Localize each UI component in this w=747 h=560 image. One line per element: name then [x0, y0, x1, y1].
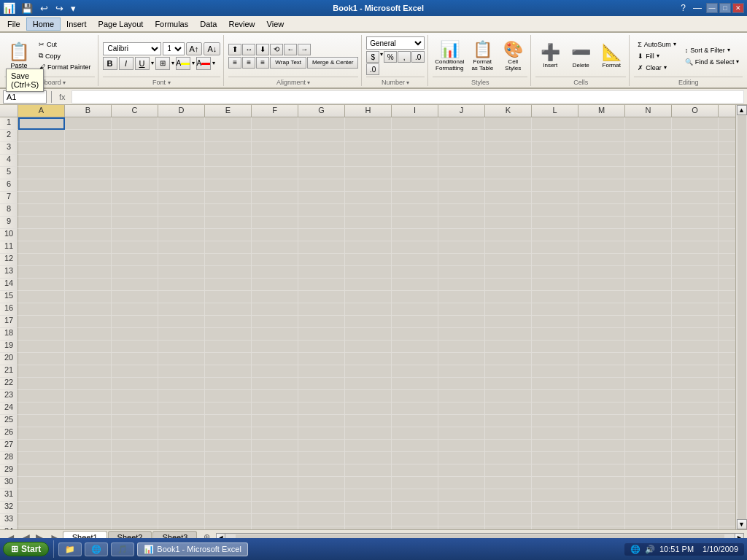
- cell-O7[interactable]: [672, 192, 719, 204]
- col-header-n[interactable]: N: [625, 105, 672, 117]
- cell-E25[interactable]: [205, 415, 252, 427]
- cell-N17[interactable]: [625, 316, 672, 328]
- cell-D8[interactable]: [158, 204, 205, 217]
- cell-M24[interactable]: [578, 402, 625, 415]
- cell-O17[interactable]: [672, 316, 719, 328]
- cell-H5[interactable]: [345, 167, 392, 179]
- font-size-select[interactable]: 11: [163, 42, 185, 55]
- underline-dropdown[interactable]: ▾: [151, 60, 154, 66]
- cell-L13[interactable]: [532, 266, 578, 279]
- cell-N3[interactable]: [625, 142, 672, 155]
- vertical-scrollbar[interactable]: ▲ ▼: [735, 105, 747, 529]
- restore-btn[interactable]: □: [719, 3, 731, 13]
- cell-N26[interactable]: [625, 427, 672, 440]
- cell-H16[interactable]: [345, 303, 392, 316]
- cell-J31[interactable]: [438, 489, 485, 502]
- cell-O27[interactable]: [672, 440, 719, 452]
- cell-P8[interactable]: [719, 204, 735, 217]
- sort-filter-btn[interactable]: ↕ Sort & Filter ▾: [681, 45, 743, 55]
- cell-P32[interactable]: [719, 502, 735, 514]
- cell-C30[interactable]: [112, 477, 158, 489]
- cell-A4[interactable]: [18, 155, 65, 167]
- cell-B8[interactable]: [65, 204, 112, 217]
- cell-B28[interactable]: [65, 452, 112, 464]
- cell-D27[interactable]: [158, 440, 205, 452]
- cell-E31[interactable]: [205, 489, 252, 502]
- taskbar-explorer-btn[interactable]: 📁: [58, 542, 82, 556]
- menu-home[interactable]: Home: [26, 18, 61, 31]
- merge-center-btn[interactable]: Merge & Center: [307, 57, 358, 69]
- cell-F8[interactable]: [252, 204, 298, 217]
- cell-O11[interactable]: [672, 241, 719, 254]
- cell-D18[interactable]: [158, 328, 205, 341]
- cell-G30[interactable]: [298, 477, 345, 489]
- cell-E28[interactable]: [205, 452, 252, 464]
- cell-F27[interactable]: [252, 440, 298, 452]
- autosum-btn[interactable]: Σ AutoSum ▾: [634, 39, 680, 50]
- cell-G22[interactable]: [298, 378, 345, 390]
- cell-G19[interactable]: [298, 341, 345, 353]
- cell-B12[interactable]: [65, 254, 112, 266]
- cell-P21[interactable]: [719, 365, 735, 378]
- cell-M18[interactable]: [578, 328, 625, 341]
- cell-L28[interactable]: [532, 452, 578, 464]
- cell-C18[interactable]: [112, 328, 158, 341]
- cell-B25[interactable]: [65, 415, 112, 427]
- cell-N12[interactable]: [625, 254, 672, 266]
- cell-O32[interactable]: [672, 502, 719, 514]
- cell-P7[interactable]: [719, 192, 735, 204]
- cell-O33[interactable]: [672, 514, 719, 526]
- cell-B33[interactable]: [65, 514, 112, 526]
- row-header-9[interactable]: 9: [0, 217, 18, 229]
- row-header-1[interactable]: 1: [0, 117, 18, 130]
- cell-M7[interactable]: [578, 192, 625, 204]
- cell-B22[interactable]: [65, 378, 112, 390]
- cell-P17[interactable]: [719, 316, 735, 328]
- cell-H6[interactable]: [345, 179, 392, 192]
- cell-K33[interactable]: [485, 514, 532, 526]
- cell-B5[interactable]: [65, 167, 112, 179]
- cell-J24[interactable]: [438, 402, 485, 415]
- cell-J7[interactable]: [438, 192, 485, 204]
- row-header-13[interactable]: 13: [0, 266, 18, 279]
- cell-F31[interactable]: [252, 489, 298, 502]
- cell-P19[interactable]: [719, 341, 735, 353]
- cell-M15[interactable]: [578, 291, 625, 303]
- delete-cells-btn[interactable]: ➖ Delete: [566, 41, 595, 71]
- fill-color-button[interactable]: A: [176, 57, 190, 70]
- cell-D32[interactable]: [158, 502, 205, 514]
- cell-N31[interactable]: [625, 489, 672, 502]
- cell-A24[interactable]: [18, 402, 65, 415]
- cell-M26[interactable]: [578, 427, 625, 440]
- dollar-dropdown[interactable]: ▾: [380, 51, 383, 63]
- col-header-f[interactable]: F: [252, 105, 298, 117]
- cell-H11[interactable]: [345, 241, 392, 254]
- cell-C6[interactable]: [112, 179, 158, 192]
- paste-button[interactable]: 📋 Paste: [4, 39, 34, 71]
- cell-L3[interactable]: [532, 142, 578, 155]
- cell-L21[interactable]: [532, 365, 578, 378]
- cell-I23[interactable]: [392, 390, 438, 402]
- row-header-31[interactable]: 31: [0, 489, 18, 502]
- cell-K4[interactable]: [485, 155, 532, 167]
- cell-K18[interactable]: [485, 328, 532, 341]
- cell-I27[interactable]: [392, 440, 438, 452]
- row-header-23[interactable]: 23: [0, 390, 18, 402]
- row-header-16[interactable]: 16: [0, 303, 18, 316]
- cell-B27[interactable]: [65, 440, 112, 452]
- cell-M16[interactable]: [578, 303, 625, 316]
- cell-J32[interactable]: [438, 502, 485, 514]
- cell-G21[interactable]: [298, 365, 345, 378]
- cell-G8[interactable]: [298, 204, 345, 217]
- cell-P28[interactable]: [719, 452, 735, 464]
- cell-I24[interactable]: [392, 402, 438, 415]
- cell-D19[interactable]: [158, 341, 205, 353]
- cell-L29[interactable]: [532, 464, 578, 477]
- cell-K1[interactable]: [485, 117, 532, 130]
- col-header-o[interactable]: O: [672, 105, 719, 117]
- cell-N15[interactable]: [625, 291, 672, 303]
- cell-C26[interactable]: [112, 427, 158, 440]
- cell-D17[interactable]: [158, 316, 205, 328]
- cell-A10[interactable]: [18, 229, 65, 241]
- cell-B19[interactable]: [65, 341, 112, 353]
